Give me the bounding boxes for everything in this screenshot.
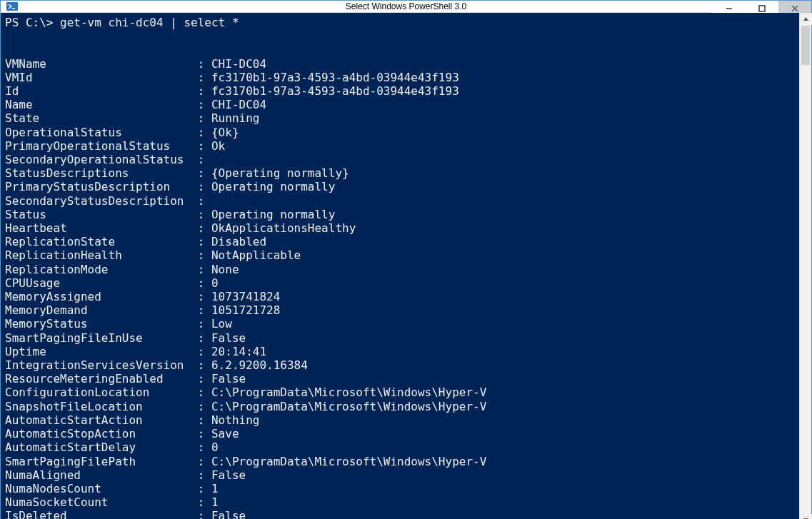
svg-marker-6 <box>803 17 808 21</box>
scroll-up-arrow-icon[interactable] <box>800 13 812 25</box>
svg-rect-3 <box>759 6 765 11</box>
powershell-icon <box>6 1 18 12</box>
console-area: PS C:\> get-vm chi-dc04 | select * VMNam… <box>1 13 811 519</box>
scroll-thumb[interactable] <box>801 26 810 65</box>
console-output[interactable]: PS C:\> get-vm chi-dc04 | select * VMNam… <box>1 13 799 519</box>
vertical-scrollbar[interactable] <box>799 13 811 519</box>
powershell-window: Select Windows PowerShell 3.0 PS C:\> ge… <box>0 0 812 519</box>
window-title: Select Windows PowerShell 3.0 <box>1 1 811 11</box>
titlebar[interactable]: Select Windows PowerShell 3.0 <box>1 1 811 13</box>
scroll-down-arrow-icon[interactable] <box>800 514 812 519</box>
